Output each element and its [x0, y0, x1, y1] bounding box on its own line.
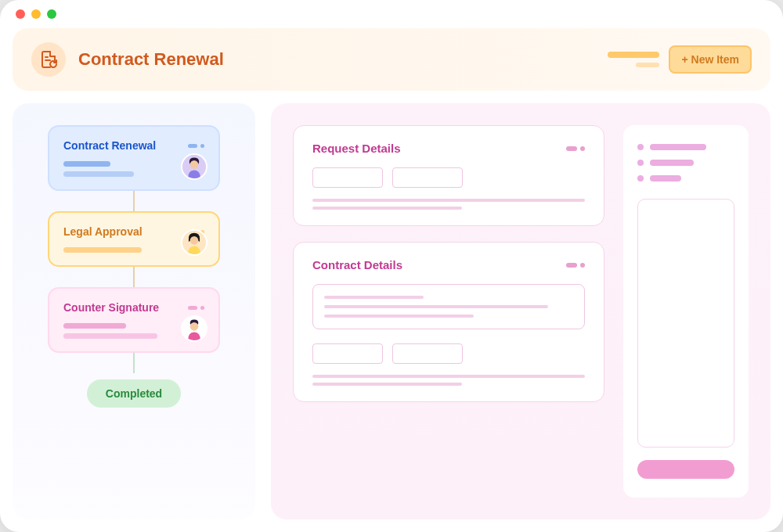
bullet-icon — [637, 144, 644, 150]
titlebar — [0, 0, 783, 28]
bullet-icon — [637, 160, 644, 166]
sidebar-list-item[interactable] — [637, 160, 694, 166]
card-title: Request Details — [312, 142, 401, 155]
content-area: Contract Renewal — [0, 91, 783, 532]
card-menu-icon[interactable] — [566, 146, 585, 151]
svg-point-5 — [190, 236, 199, 245]
card-title: Contract Details — [312, 258, 402, 271]
maximize-window-icon[interactable] — [47, 9, 56, 19]
detail-placeholder-lines — [312, 199, 585, 210]
avatar — [181, 229, 207, 256]
workflow-step-title: Legal Approval — [63, 225, 143, 238]
detail-fields — [312, 343, 585, 364]
card-menu-icon[interactable] — [566, 263, 585, 268]
avatar — [181, 153, 207, 180]
details-sidebar — [623, 125, 749, 498]
detail-fields — [312, 167, 585, 188]
input-field[interactable] — [312, 167, 383, 188]
details-panel: Request Details — [271, 103, 770, 519]
avatar — [181, 315, 207, 342]
workflow-card-menu-icon[interactable] — [188, 144, 204, 148]
workflow-connector — [133, 191, 135, 211]
request-details-card: Request Details — [293, 125, 604, 226]
svg-point-7 — [190, 322, 199, 331]
workflow-connector — [133, 353, 135, 373]
detail-placeholder-lines — [312, 375, 585, 386]
header-icon-wrap — [31, 42, 66, 77]
input-field[interactable] — [392, 343, 463, 364]
workflow-panel: Contract Renewal — [13, 103, 255, 519]
textarea-field[interactable] — [312, 284, 585, 329]
header-right: + New Item — [608, 45, 752, 74]
sidebar-list-item[interactable] — [637, 144, 706, 150]
sidebar-action-button[interactable] — [637, 460, 734, 479]
app-window: Contract Renewal + New Item Contract Ren… — [0, 0, 783, 532]
minimize-window-icon[interactable] — [31, 9, 41, 19]
contract-details-card: Contract Details — [293, 242, 604, 402]
page-title: Contract Renewal — [78, 49, 595, 70]
document-refresh-icon — [39, 50, 58, 69]
input-field[interactable] — [312, 343, 383, 364]
workflow-card-menu-icon[interactable] — [188, 306, 204, 310]
bullet-icon — [637, 175, 644, 182]
workflow-step-legal-approval[interactable]: Legal Approval — [48, 211, 220, 267]
header-placeholder-lines — [608, 52, 659, 67]
completed-badge: Completed — [87, 379, 181, 408]
details-main: Request Details — [293, 125, 604, 498]
sidebar-preview-box — [637, 199, 734, 448]
workflow-connector — [133, 267, 135, 287]
workflow-step-title: Counter Signature — [63, 301, 159, 314]
sidebar-list-item[interactable] — [637, 175, 681, 182]
workflow-step-contract-renewal[interactable]: Contract Renewal — [48, 125, 220, 191]
new-item-button[interactable]: + New Item — [669, 45, 752, 74]
workflow-step-counter-signature[interactable]: Counter Signature — [48, 287, 220, 353]
svg-point-3 — [190, 160, 199, 169]
page-header: Contract Renewal + New Item — [13, 28, 770, 91]
workflow-step-title: Contract Renewal — [63, 139, 156, 152]
input-field[interactable] — [392, 167, 463, 188]
close-window-icon[interactable] — [16, 9, 25, 19]
